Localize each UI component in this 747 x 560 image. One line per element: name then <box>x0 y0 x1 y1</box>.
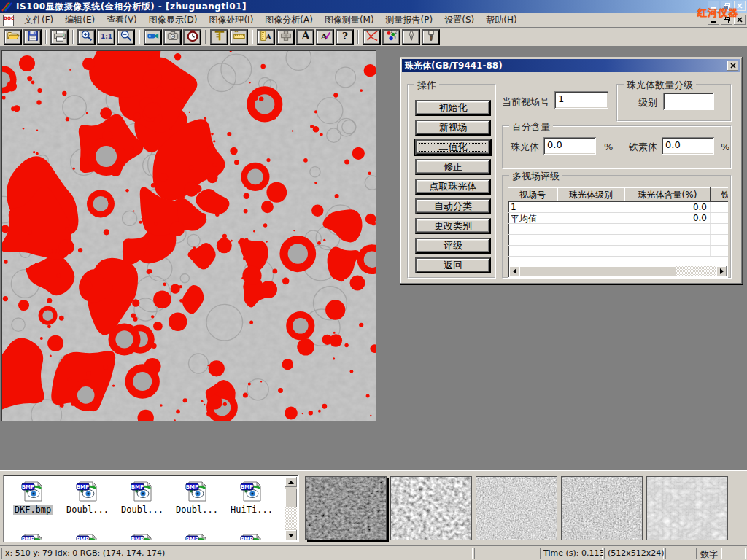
thumbnail-2[interactable] <box>390 476 472 540</box>
grade-group-label: 珠光体数量分级 <box>624 79 696 92</box>
scroll-down-icon[interactable] <box>285 530 297 540</box>
pearlite-percent-input[interactable]: 0.0 <box>543 137 596 155</box>
status-empty-1 <box>474 548 538 559</box>
toolbar-zoom-out-button[interactable] <box>117 29 135 45</box>
ferrite-percent-input[interactable]: 0.0 <box>662 137 714 155</box>
init-button[interactable]: 初始化 <box>415 100 491 116</box>
toolbar-video-camera-button[interactable] <box>144 29 162 45</box>
micrograph-image[interactable] <box>1 50 376 421</box>
dialog-close-icon[interactable] <box>727 61 738 71</box>
menu-report[interactable]: 测量报告(P) <box>380 12 439 28</box>
file-item[interactable]: BMP Doubl... <box>116 480 169 515</box>
toolbar-draw-pen-button[interactable] <box>402 29 420 45</box>
auto-classify-button[interactable]: 自动分类 <box>415 198 491 214</box>
toolbar-measure-text-button[interactable]: A <box>257 29 275 45</box>
file-name[interactable]: Doubl... <box>174 505 220 515</box>
file-browser[interactable]: BMP DKF.bmp BMP Doubl... BMP Doubl... BM… <box>3 475 299 542</box>
menu-image-measure[interactable]: 图像测量(M) <box>319 12 380 28</box>
table-hscrollbar[interactable] <box>509 266 727 276</box>
scrollbar-thumb[interactable] <box>285 489 297 508</box>
binarize-button[interactable]: 二值化 <box>415 139 491 155</box>
pick-pearlite-button[interactable]: 点取珠光体 <box>415 179 491 195</box>
file-name[interactable]: Doubl... <box>120 505 165 515</box>
file-item[interactable]: BMP <box>61 532 114 540</box>
col-pearlite-pct[interactable]: 珠光体含量(%) <box>624 187 711 202</box>
change-class-button[interactable]: 更改类别 <box>415 218 491 234</box>
toolbar-grid-tool-button[interactable] <box>276 29 295 45</box>
ruler-icon <box>233 29 246 44</box>
file-item[interactable]: BMP Doubl... <box>61 480 114 515</box>
file-item[interactable]: BMP <box>171 532 223 540</box>
thumbnail-4[interactable] <box>561 476 643 540</box>
menu-help[interactable]: 帮助(H) <box>480 12 522 28</box>
thumbnail-3[interactable] <box>476 476 557 540</box>
toolbar-actual-size-button[interactable]: 1:1 <box>97 29 115 45</box>
toolbar-separator <box>45 30 47 44</box>
bmp-file-icon[interactable]: BMP <box>185 480 209 503</box>
menu-image-analysis[interactable]: 图像分析(A) <box>259 12 319 28</box>
toolbar-capture-camera-button[interactable] <box>163 29 182 45</box>
scrollbar-thumb[interactable] <box>519 266 676 276</box>
bmp-file-icon[interactable]: BMP <box>239 480 264 503</box>
toolbar-print-button[interactable] <box>50 29 69 45</box>
col-ferrite-pct[interactable]: 铁素体含量(%) <box>711 187 728 202</box>
file-item[interactable]: BMP Doubl... <box>171 480 223 515</box>
rate-button[interactable]: 评级 <box>415 238 491 254</box>
thumbnail-1[interactable] <box>305 476 387 540</box>
new-field-button[interactable]: 新视场 <box>415 120 491 136</box>
file-item[interactable]: BMP <box>116 532 169 540</box>
status-cursor-position: x: 510 y: 79 idx: 0 RGB: (174, 174, 174) <box>1 548 473 559</box>
toolbar-text-a-button[interactable]: A <box>296 29 314 45</box>
pearlite-dialog: 珠光体(GB/T9441-88) 操作 初始化 新视场 二值化 修正 点取珠光体… <box>400 57 743 284</box>
bmp-file-icon[interactable]: BMP <box>75 480 100 503</box>
pearlite-label: 珠光体 <box>511 141 539 154</box>
file-item[interactable]: BMP <box>225 532 278 540</box>
bmp-file-icon[interactable]: BMP <box>130 480 155 503</box>
multi-field-group: 多视场评级 视场号 珠光体级别 珠光体含量(%) 铁素体含量(%) 1 0.0 … <box>502 175 732 279</box>
file-item[interactable]: BMP HuiTi... <box>225 480 278 515</box>
table-row[interactable]: 平均值 0.0 <box>508 213 728 224</box>
toolbar-save-button[interactable] <box>23 29 42 45</box>
status-empty-2 <box>665 548 694 559</box>
bmp-file-icon[interactable]: BMP <box>20 480 45 503</box>
menu-image-process[interactable]: 图像处理(I) <box>203 12 259 28</box>
return-button[interactable]: 返回 <box>415 257 491 273</box>
correct-button[interactable]: 修正 <box>415 159 491 175</box>
toolbar-timer-button[interactable] <box>183 29 201 45</box>
toolbar-zoom-in-button[interactable] <box>77 29 96 45</box>
svg-text:1:1: 1:1 <box>100 33 112 40</box>
current-field-input[interactable]: 1 <box>554 91 608 109</box>
scroll-right-icon[interactable] <box>716 266 727 276</box>
toolbar-annotate-button[interactable]: A <box>316 29 334 45</box>
document-icon[interactable]: DOC <box>3 15 14 26</box>
file-item[interactable]: BMP DKF.bmp <box>7 480 59 515</box>
file-name[interactable]: Doubl... <box>65 505 110 515</box>
file-item[interactable]: BMP <box>7 532 59 540</box>
toolbar-caliper-button[interactable] <box>210 29 228 45</box>
dialog-title-bar[interactable]: 珠光体(GB/T9441-88) <box>402 59 740 72</box>
thumbnail-5[interactable] <box>646 476 728 540</box>
grade-input[interactable] <box>663 93 714 110</box>
toolbar-curve-tool-button[interactable] <box>363 29 381 45</box>
menu-settings[interactable]: 设置(S) <box>438 12 480 28</box>
toolbar-help-button[interactable]: ? <box>336 29 354 45</box>
menu-view[interactable]: 查看(V) <box>101 12 143 28</box>
menu-edit[interactable]: 编辑(E) <box>59 12 101 28</box>
table-row[interactable]: 1 0.0 <box>508 202 728 213</box>
menu-image-display[interactable]: 图像显示(D) <box>143 12 204 28</box>
file-name[interactable]: HuiTi... <box>229 505 274 515</box>
toolbar-ruler-button[interactable] <box>230 29 248 45</box>
menu-file[interactable]: 文件(F) <box>18 12 59 28</box>
col-pearlite-grade[interactable]: 珠光体级别 <box>557 187 624 202</box>
col-field-no[interactable]: 视场号 <box>508 187 557 202</box>
dialog-title: 珠光体(GB/T9441-88) <box>405 60 503 72</box>
file-list-vscrollbar[interactable] <box>285 477 297 540</box>
svg-text:A: A <box>265 33 271 41</box>
scroll-up-icon[interactable] <box>285 477 297 487</box>
file-name[interactable]: DKF.bmp <box>13 505 53 515</box>
scroll-left-icon[interactable] <box>509 266 519 276</box>
toolbar-fill-brush-button[interactable] <box>422 29 440 45</box>
toolbar-phase-dots-button[interactable]: 123 <box>382 29 400 45</box>
rating-table[interactable]: 视场号 珠光体级别 珠光体含量(%) 铁素体含量(%) 1 0.0 平均值 0.… <box>508 187 728 278</box>
toolbar-open-folder-button[interactable] <box>4 29 22 45</box>
